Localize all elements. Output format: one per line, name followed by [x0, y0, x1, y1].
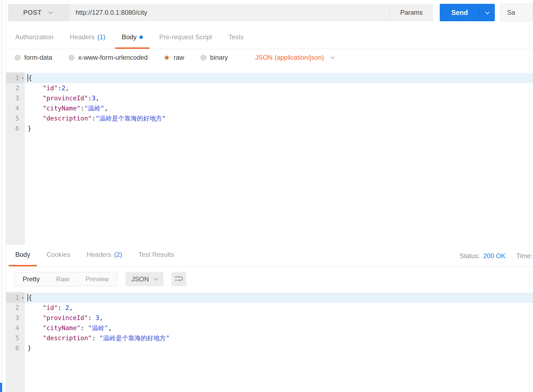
wrap-text-icon — [174, 275, 184, 283]
fold-arrow-icon[interactable]: ▾ — [22, 73, 24, 83]
code-text: "id":2, — [25, 83, 533, 93]
code-line[interactable]: 4 "cityName": "温岭", — [6, 323, 533, 333]
line-number: 6 — [6, 123, 25, 134]
code-line[interactable]: 4 "cityName":"温岭", — [6, 103, 533, 113]
tab-headers[interactable]: Headers (1) — [63, 33, 112, 49]
tab-response-headers[interactable]: Headers (2) — [80, 251, 128, 266]
content-type-dropdown[interactable]: JSON (application/json) — [255, 54, 334, 61]
code-line[interactable]: 1▾{ — [6, 73, 533, 83]
code-text: "provinceId":3, — [25, 93, 533, 103]
request-builder-pane: POST http://127.0.0.1:8080/city Params S… — [6, 0, 533, 392]
code-line[interactable]: 6} — [6, 343, 533, 353]
line-number: 3 — [6, 313, 25, 323]
time-label: Time: — [516, 252, 532, 260]
response-headers-count-badge: (2) — [114, 251, 122, 258]
send-split-button: Send — [440, 4, 495, 21]
radio-circle-icon — [15, 55, 20, 61]
response-header: Body Cookies Headers (2) Test Results St… — [6, 245, 533, 267]
response-language-dropdown[interactable]: JSON — [125, 272, 163, 286]
save-button[interactable]: Sa — [500, 4, 533, 21]
tab-body[interactable]: Body — [115, 33, 149, 49]
text-cursor — [28, 294, 28, 301]
params-button[interactable]: Params — [390, 4, 433, 21]
view-mode-raw[interactable]: Raw — [48, 272, 77, 286]
code-text: "provinceId": 3, — [25, 313, 533, 323]
response-body-viewer: 1▾{2 "id": 2,3 "provinceId": 3,4 "cityNa… — [6, 292, 533, 392]
tab-response-body[interactable]: Body — [9, 251, 37, 266]
code-line[interactable]: 2 "id":2, — [6, 83, 533, 93]
response-meta: Status: 200 OK Time: — [460, 252, 533, 266]
line-number: 6 — [6, 343, 25, 353]
radio-form-data[interactable]: form-data — [15, 54, 52, 61]
send-dropdown-button[interactable] — [480, 4, 495, 21]
code-text: "id": 2, — [25, 303, 533, 313]
response-toolbar: Pretty Raw Preview JSON — [6, 267, 533, 292]
radio-raw[interactable]: raw — [164, 54, 184, 61]
line-number: 2 — [6, 83, 25, 93]
view-mode-pretty[interactable]: Pretty — [14, 272, 48, 286]
line-number: 4 — [6, 103, 25, 113]
view-mode-preview[interactable]: Preview — [77, 272, 117, 286]
url-bar: POST http://127.0.0.1:8080/city Params S… — [6, 0, 533, 21]
code-line[interactable]: 1▾{ — [6, 293, 533, 303]
request-body-editor[interactable]: 1▾{2 "id":2,3 "provinceId":3,4 "cityName… — [6, 72, 533, 245]
line-number: 2 — [6, 303, 25, 313]
headers-count-badge: (1) — [97, 33, 105, 41]
sidebar-divider — [0, 16, 2, 16]
tab-test-results[interactable]: Test Results — [132, 251, 181, 266]
view-mode-group: Pretty Raw Preview — [14, 272, 117, 286]
status-value: 200 OK — [483, 252, 505, 260]
code-line[interactable]: 2 "id": 2, — [6, 303, 533, 313]
fold-arrow-icon[interactable]: ▾ — [22, 293, 24, 303]
tab-cookies[interactable]: Cookies — [40, 251, 77, 266]
sidebar-edge — [0, 0, 6, 392]
url-text: http://127.0.0.1:8080/city — [76, 9, 147, 16]
sidebar-divider — [0, 48, 2, 48]
body-type-selector: form-data x-www-form-urlencoded raw bina… — [6, 49, 533, 66]
url-input[interactable]: http://127.0.0.1:8080/city — [70, 4, 390, 21]
code-line[interactable]: 6} — [6, 123, 533, 134]
response-tabs: Body Cookies Headers (2) Test Results — [6, 245, 181, 266]
method-label: POST — [23, 9, 41, 16]
unsaved-dot-icon — [139, 35, 143, 39]
tab-pre-request-script[interactable]: Pre-request Script — [153, 33, 218, 49]
chevron-down-icon — [154, 276, 158, 281]
code-text: { — [25, 73, 533, 83]
chevron-down-icon — [49, 10, 53, 14]
line-number: 5 — [6, 113, 25, 123]
code-text: } — [25, 123, 533, 134]
postman-window: POST http://127.0.0.1:8080/city Params S… — [0, 0, 533, 392]
radio-binary[interactable]: binary — [200, 54, 228, 61]
line-number: 4 — [6, 323, 25, 333]
chevron-down-icon — [330, 55, 335, 59]
radio-selected-icon — [164, 55, 170, 61]
code-text: "cityName": "温岭", — [25, 323, 533, 333]
sidebar-selection-indicator — [0, 383, 2, 392]
code-text: "cityName":"温岭", — [25, 103, 533, 113]
code-text: "description":"温岭是个靠海的好地方" — [25, 113, 533, 123]
status-label: Status: — [460, 252, 480, 260]
line-number: 1▾ — [6, 73, 25, 83]
line-number: 1▾ — [6, 293, 25, 303]
code-text: "description": "温岭是个靠海的好地方" — [25, 333, 533, 343]
radio-circle-icon — [69, 55, 74, 61]
chevron-down-icon — [485, 10, 490, 14]
code-text: { — [25, 293, 533, 303]
line-number: 5 — [6, 333, 25, 343]
line-number: 3 — [6, 93, 25, 103]
wrap-text-button[interactable] — [172, 272, 186, 286]
send-button[interactable]: Send — [440, 4, 480, 21]
text-cursor — [28, 74, 28, 82]
sidebar-strip — [0, 0, 2, 392]
radio-x-www-form-urlencoded[interactable]: x-www-form-urlencoded — [69, 54, 148, 61]
code-text: } — [25, 343, 533, 353]
radio-circle-icon — [200, 55, 206, 61]
code-line[interactable]: 5 "description":"温岭是个靠海的好地方" — [6, 113, 533, 123]
code-line[interactable]: 3 "provinceId": 3, — [6, 313, 533, 323]
tab-tests[interactable]: Tests — [222, 33, 250, 49]
tab-authorization[interactable]: Authorization — [9, 33, 60, 49]
method-select[interactable]: POST — [8, 4, 70, 21]
url-group: POST http://127.0.0.1:8080/city Params — [8, 4, 433, 21]
code-line[interactable]: 5 "description": "温岭是个靠海的好地方" — [6, 333, 533, 343]
code-line[interactable]: 3 "provinceId":3, — [6, 93, 533, 103]
